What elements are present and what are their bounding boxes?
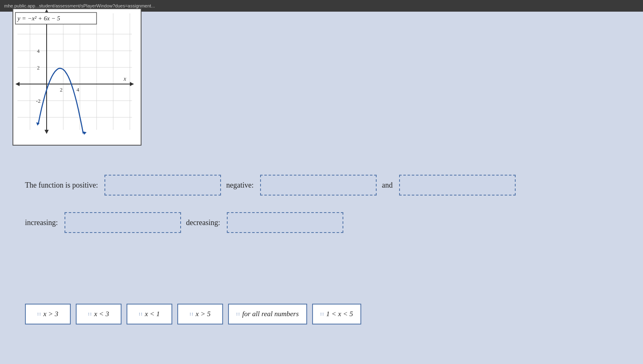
decreasing-label: decreasing: xyxy=(186,218,220,227)
svg-marker-18 xyxy=(45,130,49,134)
svg-text:4: 4 xyxy=(37,48,40,54)
positive-prefix: The function is positive: xyxy=(25,181,98,190)
positive-negative-row: The function is positive: negative: and xyxy=(25,175,626,196)
decreasing-drop-zone[interactable] xyxy=(227,212,343,233)
tile-x-gt-3[interactable]: ∷ x > 3 xyxy=(25,304,71,324)
x-axis-label: x xyxy=(123,76,127,82)
tile-label: x > 3 xyxy=(43,310,58,318)
parabola-graph: x y 2 4 2 4 -2 y = −x² + 6x − 5 xyxy=(13,9,134,138)
svg-text:2: 2 xyxy=(37,64,40,71)
svg-marker-14 xyxy=(130,82,134,86)
tile-label: for all real numbers xyxy=(242,310,299,318)
url-bar: mhe.public.app...student/assessment/sPla… xyxy=(4,3,155,8)
svg-marker-17 xyxy=(15,82,20,86)
tile-label: x > 5 xyxy=(196,310,211,318)
question-area: The function is positive: negative: and … xyxy=(25,175,626,250)
tile-1-lt-x-lt-5[interactable]: ∷ 1 < x < 5 xyxy=(312,304,362,324)
svg-text:4: 4 xyxy=(77,87,79,93)
svg-text:2: 2 xyxy=(60,87,63,93)
svg-marker-25 xyxy=(83,131,87,135)
tile-x-lt-3[interactable]: ∷ x < 3 xyxy=(76,304,122,324)
tile-x-lt-1[interactable]: ∷ x < 1 xyxy=(127,304,172,324)
negative-label: negative: xyxy=(226,181,253,190)
negative-drop-zone[interactable] xyxy=(260,175,377,196)
and-label: and xyxy=(382,181,392,190)
tile-dots: ∷ xyxy=(88,311,92,317)
tile-dots: ∷ xyxy=(236,311,240,317)
tile-label: x < 1 xyxy=(145,310,160,318)
and-drop-zone[interactable] xyxy=(399,175,516,196)
increasing-drop-zone[interactable] xyxy=(65,212,181,233)
tile-dots: ∷ xyxy=(320,311,324,317)
tile-dots: ∷ xyxy=(139,311,142,317)
drag-tiles-container: ∷ x > 3∷ x < 3∷ x < 1∷ x > 5∷ for all re… xyxy=(25,304,631,324)
tile-dots: ∷ xyxy=(190,311,193,317)
parabola-curve xyxy=(38,68,83,134)
tile-label: 1 < x < 5 xyxy=(326,310,353,318)
tile-dots: ∷ xyxy=(37,311,41,317)
tile-all-real[interactable]: ∷ for all real numbers xyxy=(228,304,307,324)
increasing-decreasing-row: increasing: decreasing: xyxy=(25,212,626,233)
tile-label: x < 3 xyxy=(94,310,109,318)
svg-text:y = −x² + 6x − 5: y = −x² + 6x − 5 xyxy=(17,15,60,22)
tile-x-gt-5[interactable]: ∷ x > 5 xyxy=(177,304,223,324)
svg-text:-2: -2 xyxy=(36,98,41,104)
increasing-prefix: increasing: xyxy=(25,218,58,227)
positive-drop-zone[interactable] xyxy=(104,175,221,196)
graph-container: x y 2 4 2 4 -2 y = −x² + 6x − 5 xyxy=(12,8,142,146)
